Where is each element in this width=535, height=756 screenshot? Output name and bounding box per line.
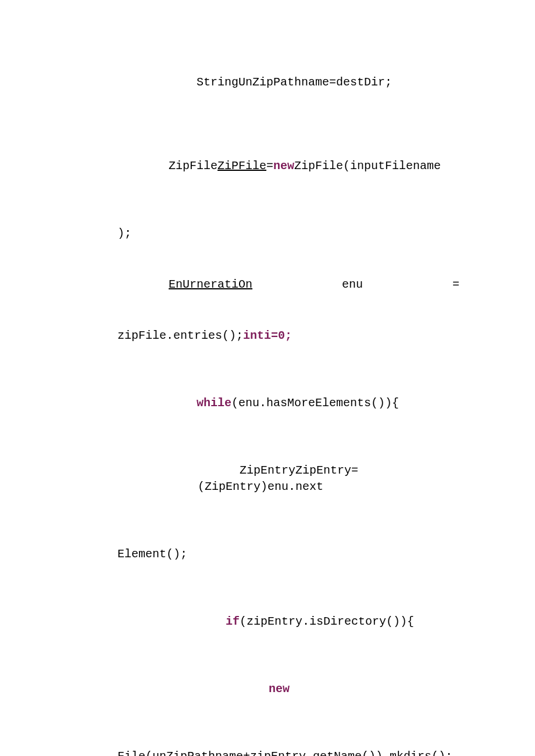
code-text: (zipEntry.isDirectory()){: [240, 615, 414, 628]
code-text: =: [266, 159, 273, 173]
code-text-bold: i=0;: [264, 329, 292, 342]
code-text-underline: ZiPFile: [217, 159, 266, 173]
code-block: new File(unZipPathname+zipEntry.getName(…: [76, 665, 459, 756]
keyword-if: if: [226, 615, 240, 628]
code-block: EnUrneratiOn enu = zipFile.entries();int…: [76, 277, 459, 360]
code-text: zipFile.entries();: [117, 329, 243, 342]
code-line: ZipFileZiPFile=newZipFile(inputFilename: [76, 126, 459, 191]
code-document: StringUnZipPathname=destDir; ZipFileZiPF…: [0, 0, 535, 756]
code-line: ZipEntryZipEntry=(ZipEntry)enu.next: [76, 446, 459, 511]
code-line: );: [76, 209, 459, 258]
code-line: zipFile.entries();inti=0;: [76, 311, 459, 360]
code-block: ZipEntryZipEntry=(ZipEntry)enu.next Elem…: [76, 446, 459, 579]
code-text: Element();: [117, 547, 187, 561]
code-text: ZipFile(inputFilename: [294, 159, 441, 173]
code-text: (enu.: [231, 396, 266, 410]
keyword-new: new: [269, 682, 290, 696]
keyword-new: new: [273, 159, 294, 173]
code-line: if(zipEntry.isDirectory()){: [76, 597, 459, 646]
code-text: );: [117, 227, 131, 240]
code-line: StringUnZipPathname=destDir;: [76, 58, 459, 107]
code-text: hasMoreElements()){: [266, 396, 399, 410]
code-text: enu: [342, 277, 363, 293]
code-line: EnUrneratiOn enu =: [76, 277, 459, 293]
keyword-while: while: [197, 396, 231, 410]
code-line: new: [76, 665, 459, 714]
code-line: File(unZipPathname+zipEntry.getName()).m…: [76, 732, 459, 756]
code-text: StringUnZipPathname=destDir;: [197, 76, 392, 89]
code-text: ZipFile: [169, 159, 217, 173]
keyword-int: int: [243, 329, 264, 342]
code-text: ZipEntryZipEntry=(ZipEntry)enu.next: [198, 464, 358, 493]
code-text: File(unZipPathname+zipEntry.getName()).m…: [117, 750, 452, 756]
code-line: while(enu.hasMoreElements()){: [76, 379, 459, 428]
code-line: Element();: [76, 530, 459, 579]
code-block: ZipFileZiPFile=newZipFile(inputFilename …: [76, 126, 459, 258]
code-text-underline: EnUrneratiOn: [169, 277, 252, 293]
code-text: =: [452, 277, 459, 293]
